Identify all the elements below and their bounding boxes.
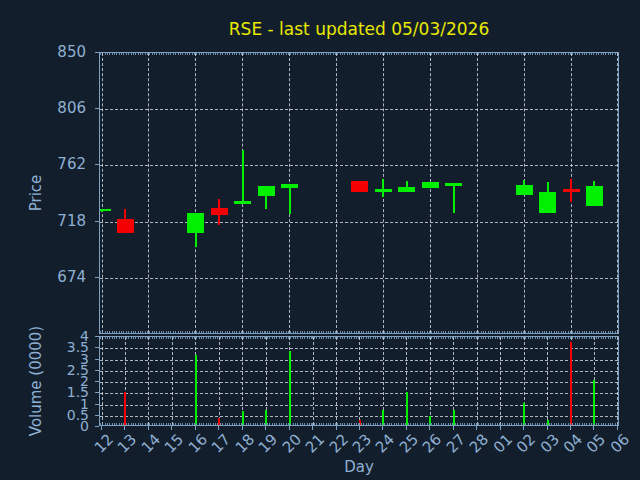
volume-bar (195, 355, 197, 426)
candle-body (281, 184, 298, 188)
candle-body (516, 185, 533, 195)
volume-gridline-horizontal (100, 393, 618, 394)
price-tick-label: 806 (36, 99, 86, 117)
candle-body (351, 181, 368, 191)
volume-tick-mark (95, 359, 99, 360)
candlestick-chart-figure: RSE - last updated 05/03/2026 Price Volu… (0, 0, 640, 480)
price-tick-label: 850 (36, 43, 86, 61)
x-tick-mark (148, 426, 149, 430)
candle-body (398, 187, 415, 192)
price-gridline-horizontal (100, 109, 618, 110)
candle-body (375, 189, 392, 192)
candle-body (211, 208, 228, 215)
price-tick-mark (95, 52, 99, 53)
price-tick-mark (95, 164, 99, 165)
candle-body (563, 189, 580, 192)
x-tick-mark (218, 426, 219, 430)
candle-body (586, 186, 603, 205)
volume-gridline-horizontal (100, 405, 618, 406)
volume-gridline-vertical (336, 337, 337, 425)
x-tick-mark (617, 426, 618, 430)
x-tick-mark (429, 426, 430, 430)
volume-tick-mark (95, 392, 99, 393)
volume-tick-mark (95, 426, 99, 427)
x-tick-mark (195, 426, 196, 430)
price-gridline-vertical (477, 53, 478, 333)
volume-tick-mark (95, 381, 99, 382)
candle-wick (453, 183, 455, 214)
volume-tick-mark (95, 415, 99, 416)
volume-bar (406, 392, 408, 426)
x-tick-mark (101, 426, 102, 430)
volume-gridline-vertical (430, 337, 431, 425)
chart-title: RSE - last updated 05/03/2026 (99, 19, 619, 39)
volume-gridline-vertical (219, 337, 220, 425)
x-tick-mark (500, 426, 501, 430)
x-tick-mark (336, 426, 337, 430)
volume-gridline-horizontal (100, 416, 618, 417)
price-gridline-horizontal (100, 165, 618, 166)
volume-chart-panel (99, 336, 619, 426)
price-tick-label: 674 (36, 268, 86, 286)
volume-bar (593, 380, 595, 426)
price-gridline-vertical (148, 53, 149, 333)
candle-body (539, 192, 556, 212)
volume-tick-mark (95, 404, 99, 405)
price-tick-mark (95, 108, 99, 109)
price-gridline-vertical (336, 53, 337, 333)
volume-gridline-vertical (617, 337, 618, 425)
x-tick-mark (453, 426, 454, 430)
volume-gridline-vertical (102, 337, 103, 425)
x-tick-mark (593, 426, 594, 430)
volume-bar (289, 351, 291, 427)
price-gridline-vertical (195, 53, 196, 333)
volume-bar (429, 416, 431, 426)
volume-bar (218, 418, 220, 426)
volume-gridline-horizontal (100, 371, 618, 372)
x-tick-mark (289, 426, 290, 430)
volume-gridline-horizontal (100, 348, 618, 349)
volume-tick-label: 0 (39, 418, 89, 434)
price-tick-label: 762 (36, 155, 86, 173)
volume-gridline-vertical (313, 337, 314, 425)
volume-tick-mark (95, 347, 99, 348)
x-tick-mark (265, 426, 266, 430)
volume-gridline-horizontal (100, 360, 618, 361)
volume-bar (523, 403, 525, 426)
volume-bar (382, 410, 384, 426)
price-axis-label: Price (27, 175, 45, 212)
volume-bar (124, 392, 126, 426)
x-tick-mark (406, 426, 407, 430)
volume-bar (265, 410, 267, 426)
x-tick-mark (242, 426, 243, 430)
candle-wick (242, 150, 244, 204)
volume-gridline-vertical (172, 337, 173, 425)
volume-bar (453, 410, 455, 426)
candle-body (258, 186, 275, 196)
volume-gridline-vertical (500, 337, 501, 425)
volume-bar (242, 411, 244, 426)
price-gridline-vertical (430, 53, 431, 333)
candle-body (117, 219, 134, 233)
x-tick-mark (523, 426, 524, 430)
x-tick-mark (312, 426, 313, 430)
x-tick-mark (171, 426, 172, 430)
candle-body (422, 182, 439, 188)
candle-body (99, 209, 111, 212)
price-gridline-vertical (102, 53, 103, 333)
x-tick-mark (476, 426, 477, 430)
price-chart-panel (99, 52, 619, 334)
volume-tick-mark (95, 370, 99, 371)
volume-bar (570, 342, 572, 427)
price-tick-mark (95, 221, 99, 222)
price-tick-mark (95, 277, 99, 278)
volume-gridline-vertical (477, 337, 478, 425)
x-tick-mark (382, 426, 383, 430)
candle-wick (289, 184, 291, 214)
candle-body (187, 213, 204, 233)
x-tick-mark (359, 426, 360, 430)
price-gridline-horizontal (100, 278, 618, 279)
volume-gridline-vertical (359, 337, 360, 425)
candle-body (234, 201, 251, 204)
candle-body (445, 183, 462, 186)
